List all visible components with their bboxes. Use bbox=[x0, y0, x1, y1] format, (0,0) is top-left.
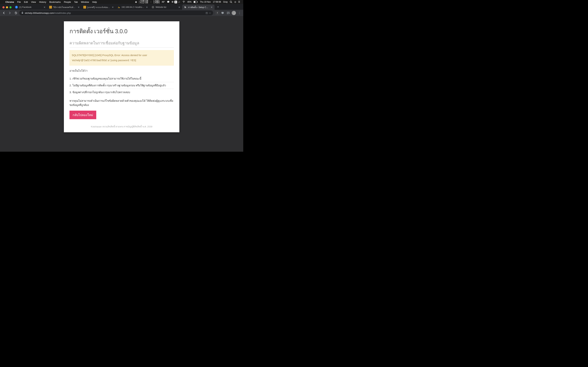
new-tab-button[interactable]: + bbox=[216, 5, 221, 9]
menu-people[interactable]: People bbox=[62, 1, 72, 3]
svg-rect-6 bbox=[22, 13, 23, 14]
menu-help[interactable]: Help bbox=[91, 1, 98, 3]
reason-item: ไม่มีฐานข้อมูลที่ต้องการติดตั้ง กรุณาสร้… bbox=[69, 82, 174, 89]
lock-icon[interactable] bbox=[21, 12, 24, 14]
tab-setup-config[interactable]: 🐘 การติดตั้ง › Setup Configuration ✕ bbox=[182, 5, 215, 10]
tab-close-button[interactable]: ✕ bbox=[210, 6, 213, 8]
tab-title: การติดตั้ง › Setup Configuration bbox=[188, 6, 209, 9]
tab-close-button[interactable]: ✕ bbox=[77, 6, 80, 8]
menu-file[interactable]: File bbox=[16, 1, 22, 3]
user-name[interactable]: Gray bbox=[222, 1, 229, 3]
tab-title: Website list bbox=[156, 6, 177, 8]
page-title: การติดตั้ง เวอร์ชั่น 3.0.0 bbox=[69, 26, 174, 36]
date[interactable]: Thu 19 Nov bbox=[199, 1, 212, 3]
footer-text: Kotchasan สงวนลิขสิทธิ์ ตามพระราชบัญญัติ… bbox=[69, 125, 174, 128]
menu-edit[interactable]: Edit bbox=[22, 1, 29, 3]
tab-close-button[interactable]: ✕ bbox=[178, 6, 181, 8]
tab-title: 192.168.64.2 / localhost / etch bbox=[121, 6, 144, 8]
tab-phpmyadmin[interactable]: 🛵 192.168.64.2 / localhost / etch ✕ bbox=[116, 5, 150, 10]
globe-icon bbox=[152, 6, 154, 8]
menu-history[interactable]: History bbox=[37, 1, 48, 3]
reasons-list: เซิร์ฟเวอร์ของฐานข้อมูลของคุณไม่สามารถใช… bbox=[69, 75, 174, 96]
battery-percent: 45% bbox=[186, 1, 192, 3]
macos-menubar: Chrome File Edit View History Bookmarks … bbox=[0, 0, 243, 4]
divider-icon: ⸽ bbox=[149, 1, 152, 3]
tab-free-repair[interactable]: [แจกฟรี] ระบบแจ้งซ่อมออนไลน์ PH ✕ bbox=[82, 5, 116, 10]
control-center-icon[interactable]: ☰ bbox=[237, 1, 241, 3]
svg-point-4 bbox=[230, 1, 232, 3]
time[interactable]: 17:56:56 bbox=[212, 1, 222, 3]
window-controls bbox=[1, 6, 13, 10]
password-key-icon[interactable]: ⚿ bbox=[206, 12, 208, 14]
network-stat: 1 KB/s 1 KB/s bbox=[152, 0, 161, 3]
tab-facebook[interactable]: f (1) Facebook ✕ bbox=[13, 5, 47, 10]
line-icon[interactable]: 💬 bbox=[166, 1, 171, 3]
reason-item: ข้อมูลต่างๆที่กรอกไม่ถูกต้อง กรุณากลับไป… bbox=[69, 89, 174, 96]
input-source-icon[interactable]: A bbox=[174, 1, 177, 3]
contact-text: หากคุณไม่สามารถดำเนินการแก้ไขข้อผิดพลาดด… bbox=[69, 99, 174, 107]
error-heading: ความผิดพลาดในการเชื่อมต่อกับฐานข้อมูล bbox=[69, 40, 174, 48]
svg-rect-2 bbox=[194, 1, 195, 3]
tab-title: (1) Facebook bbox=[19, 6, 42, 8]
menu-view[interactable]: View bbox=[29, 1, 37, 3]
menu-window[interactable]: Window bbox=[79, 1, 90, 3]
cloud-icon[interactable]: ❂ bbox=[171, 1, 174, 3]
retry-button[interactable]: กลับไปลองใหม่ bbox=[69, 111, 96, 119]
window-maximize-button[interactable] bbox=[9, 6, 12, 8]
address-bar[interactable]: etchelp.000webhostapp.com/install/index.… bbox=[19, 10, 213, 15]
tab-close-button[interactable]: ✕ bbox=[146, 6, 148, 8]
status-icon[interactable]: ◉ bbox=[134, 1, 138, 3]
chrome-tabstrip: f (1) Facebook ✕ วิธีการอัปโหลดสคริปต์แล… bbox=[0, 4, 243, 10]
page-viewport: การติดตั้ง เวอร์ชั่น 3.0.0 ความผิดพลาดใน… bbox=[0, 16, 243, 152]
profile-avatar[interactable] bbox=[231, 10, 236, 15]
tab-title: [แจกฟรี] ระบบแจ้งซ่อมออนไลน์ PH bbox=[87, 6, 110, 9]
reload-button[interactable] bbox=[13, 10, 18, 15]
siri-icon[interactable]: ◎ bbox=[233, 1, 237, 3]
reading-list-icon[interactable] bbox=[226, 10, 231, 15]
memory-stat: U: 9.88 GB F: 6.12 GB bbox=[138, 0, 149, 4]
window-minimize-button[interactable] bbox=[6, 6, 8, 8]
install-card: การติดตั้ง เวอร์ชั่น 3.0.0 ความผิดพลาดใน… bbox=[64, 21, 179, 132]
window-close-button[interactable] bbox=[2, 6, 5, 8]
svg-line-5 bbox=[232, 2, 232, 3]
tab-close-button[interactable]: ✕ bbox=[112, 6, 114, 8]
tab-title: วิธีการอัปโหลดสคริปต์และการติดตั้ง bbox=[53, 6, 76, 9]
svg-point-0 bbox=[184, 2, 184, 3]
svg-rect-3 bbox=[197, 1, 198, 2]
phpmyadmin-icon: 🛵 bbox=[117, 6, 120, 8]
error-message-box: SQLSTATE[HY000] [1045] ProxySQL Error: A… bbox=[69, 50, 174, 66]
battery-icon[interactable] bbox=[192, 1, 199, 3]
intro-text: อาจเป็นไปได้ว่า bbox=[69, 69, 174, 73]
menu-tab[interactable]: Tab bbox=[72, 1, 79, 3]
site-icon bbox=[83, 6, 86, 8]
menu-bookmarks[interactable]: Bookmarks bbox=[48, 1, 62, 3]
back-button[interactable] bbox=[1, 10, 6, 15]
reason-item: เซิร์ฟเวอร์ของฐานข้อมูลของคุณไม่สามารถใช… bbox=[69, 75, 174, 82]
facebook-icon: f bbox=[15, 6, 18, 8]
extensions-puzzle-icon[interactable] bbox=[220, 10, 225, 15]
forward-button[interactable] bbox=[7, 10, 12, 15]
spotlight-icon[interactable] bbox=[229, 1, 233, 3]
bluetooth-icon[interactable]: ⌮ bbox=[177, 1, 181, 3]
chrome-toolbar: etchelp.000webhostapp.com/install/index.… bbox=[0, 10, 243, 16]
elephant-icon: 🐘 bbox=[184, 6, 187, 8]
extension-fb-icon[interactable]: f bbox=[215, 11, 219, 15]
bookmark-star-icon[interactable]: ☆ bbox=[209, 12, 211, 14]
url-text: etchelp.000webhostapp.com/install/index.… bbox=[25, 12, 71, 14]
tab-upload-guide[interactable]: วิธีการอัปโหลดสคริปต์และการติดตั้ง ✕ bbox=[47, 5, 82, 10]
site-icon bbox=[49, 6, 52, 8]
tab-website-list[interactable]: Website list ✕ bbox=[150, 5, 182, 10]
tab-close-button[interactable]: ✕ bbox=[43, 6, 46, 8]
app-menu[interactable]: Chrome bbox=[4, 1, 16, 3]
wifi-icon[interactable] bbox=[181, 1, 186, 3]
temperature-stat: 48° bbox=[161, 1, 166, 3]
chrome-menu-button[interactable]: ⋮ bbox=[237, 10, 242, 15]
